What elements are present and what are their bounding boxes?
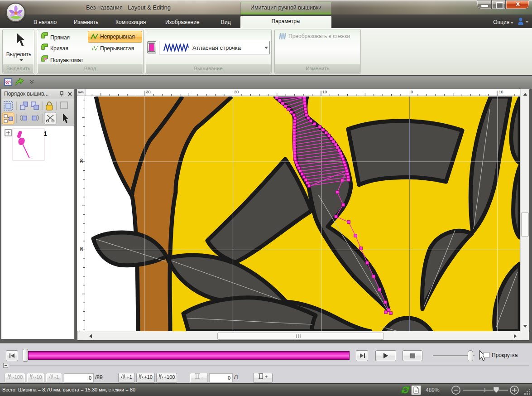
svg-text:0: 0 (411, 90, 413, 94)
svg-text:1: 1 (43, 130, 47, 137)
svg-text:30: 30 (146, 90, 151, 94)
svg-text:mm: mm (78, 91, 83, 94)
svg-text:30: 30 (79, 159, 84, 163)
svg-text:20: 20 (234, 90, 239, 94)
svg-text:10: 10 (499, 90, 503, 94)
svg-text:10: 10 (322, 90, 327, 94)
svg-text:20: 20 (79, 246, 84, 251)
